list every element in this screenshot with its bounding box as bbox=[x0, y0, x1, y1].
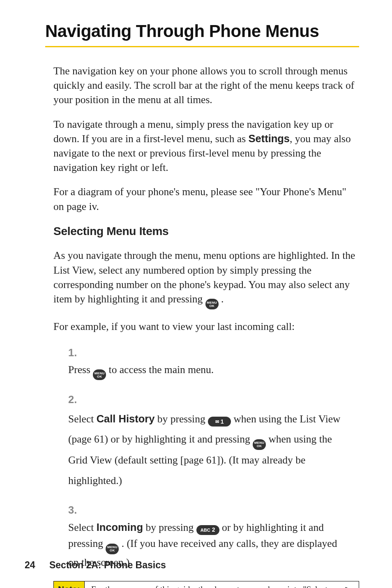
section-label: Section 2A: Phone Basics bbox=[49, 560, 166, 570]
text: Press bbox=[68, 364, 93, 376]
bold-text: Incoming bbox=[97, 521, 143, 533]
note-text: For the purposes of this guide, the abov… bbox=[85, 581, 359, 588]
text: to access the main menu. bbox=[106, 364, 214, 376]
text: Select bbox=[68, 521, 97, 533]
section-heading: Selecting Menu Items bbox=[53, 224, 359, 240]
page-title: Navigating Through Phone Menus bbox=[45, 21, 359, 41]
step-number: 3. bbox=[68, 501, 84, 519]
title-underline bbox=[45, 46, 359, 47]
body-content: The navigation key on your phone allows … bbox=[45, 64, 359, 588]
paragraph: As you navigate through the menu, menu o… bbox=[53, 248, 359, 309]
bold-text: Settings bbox=[248, 133, 290, 144]
paragraph: To navigate through a menu, simply press… bbox=[53, 117, 359, 175]
text: . bbox=[219, 293, 224, 305]
text: by pressing bbox=[154, 413, 208, 425]
text: For the purposes of this guide, the abov… bbox=[91, 584, 330, 588]
step-number: 2. bbox=[68, 391, 84, 408]
note-box: Note: For the purposes of this guide, th… bbox=[53, 581, 359, 588]
list-item: 1. Press MENUOK to access the main menu. bbox=[68, 344, 359, 380]
key-2-icon: ABC2 bbox=[196, 525, 219, 535]
text: by pressing bbox=[143, 521, 196, 533]
list-item: 2. Select Call History by pressing ✉1 wh… bbox=[68, 391, 359, 491]
text: As you navigate through the menu, menu o… bbox=[53, 249, 355, 305]
paragraph: For example, if you want to view your la… bbox=[53, 319, 359, 334]
step-number: 1. bbox=[68, 344, 84, 362]
text: Select bbox=[68, 413, 97, 425]
page-footer: 24 Section 2A: Phone Basics bbox=[25, 560, 166, 571]
paragraph: The navigation key on your phone allows … bbox=[53, 64, 359, 107]
menu-ok-icon: MENUOK bbox=[205, 299, 219, 309]
note-label: Note: bbox=[54, 581, 85, 588]
steps-list: 1. Press MENUOK to access the main menu.… bbox=[53, 344, 359, 571]
menu-ok-icon: MENUOK bbox=[253, 439, 266, 450]
key-1-icon: ✉1 bbox=[208, 417, 231, 427]
menu-ok-icon: MENUOK bbox=[106, 544, 119, 554]
paragraph: For a diagram of your phone's menu, plea… bbox=[53, 184, 359, 213]
page-number: 24 bbox=[25, 560, 35, 570]
menu-ok-icon: MENUOK bbox=[93, 369, 106, 380]
bold-text: Call History bbox=[97, 413, 155, 424]
